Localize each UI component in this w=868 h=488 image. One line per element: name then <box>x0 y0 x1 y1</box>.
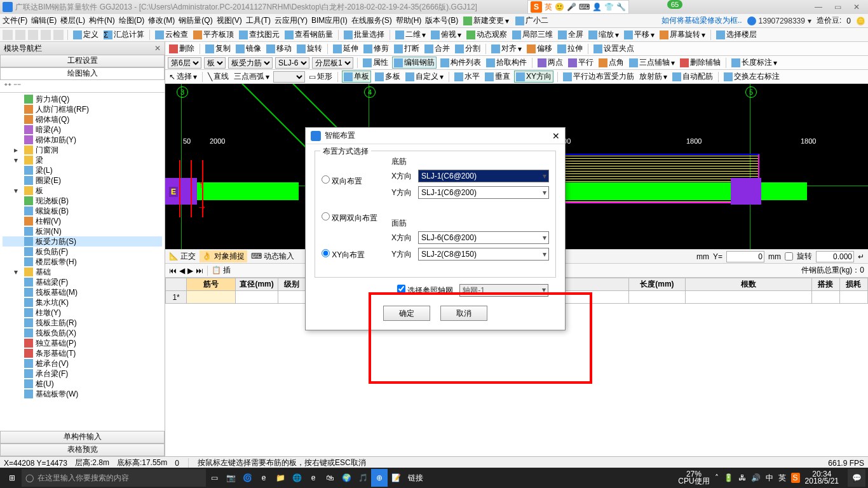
properties-button[interactable]: 属性 <box>362 57 390 68</box>
account-info[interactable]: 13907298339▾ <box>747 17 811 25</box>
swap-dim-button[interactable]: 交换左右标注 <box>722 71 781 82</box>
taskbar-app-edge[interactable]: 🌐 <box>288 469 305 487</box>
new-icon[interactable] <box>3 30 13 40</box>
new-change-button[interactable]: 新建变更▾ <box>462 15 510 26</box>
tree-item[interactable]: 基础板带(W) <box>3 389 162 399</box>
tray-up-icon[interactable]: ˄ <box>715 473 719 482</box>
ok-button[interactable]: 确定 <box>383 306 430 321</box>
collapse-all-icon[interactable]: ⁻⁻ <box>13 81 21 90</box>
layer-select[interactable]: 分层板1 <box>312 57 353 69</box>
menu-cloud[interactable]: 云应用(Y) <box>275 15 308 26</box>
rect-tool[interactable]: ▭矩形 <box>308 71 334 82</box>
move-button[interactable]: 移动 <box>265 43 293 54</box>
rotate-button[interactable]: 旋转 <box>295 43 323 54</box>
taskbar-app-explorer[interactable]: 📁 <box>272 469 288 487</box>
redo-icon[interactable] <box>53 30 64 40</box>
offset-button[interactable]: 偏移 <box>526 43 553 54</box>
minimize-button[interactable]: — <box>810 1 827 13</box>
delete-aux-button[interactable]: 删除辅轴 <box>679 57 722 68</box>
start-button[interactable]: ⊞ <box>3 469 22 487</box>
col-grade[interactable]: 级别 <box>278 278 306 291</box>
select-floor-button[interactable]: 选择楼层 <box>715 29 758 40</box>
horiz-button[interactable]: 水平 <box>453 71 481 82</box>
tray-network-icon[interactable]: 🖧 <box>738 473 746 482</box>
flat-top-button[interactable]: 平齐板顶 <box>192 29 235 40</box>
dim-length-button[interactable]: 长度标注▾ <box>730 57 778 68</box>
col-dia[interactable]: 直径(mm) <box>236 278 278 291</box>
stretch-button[interactable]: 拉伸 <box>556 43 584 54</box>
top-x-combo[interactable]: SLJ-6(C6@200)▾ <box>418 231 549 244</box>
tab-engineering[interactable]: 工程设置 <box>0 55 165 67</box>
tree-item[interactable]: 集水坑(K) <box>3 297 162 308</box>
open-icon[interactable] <box>15 30 25 40</box>
rotate-apply-icon[interactable]: ↵ <box>858 252 864 261</box>
find-button[interactable]: 查找图元 <box>238 29 281 40</box>
tree-item[interactable]: 剪力墙(Q) <box>3 94 162 104</box>
tree-folder[interactable]: ▾板 <box>3 186 162 196</box>
pan-button[interactable]: 平移▾ <box>623 29 656 40</box>
ime-mic-icon[interactable]: 🎤 <box>567 3 576 11</box>
menu-component[interactable]: 构件(N) <box>89 15 115 26</box>
tree-item[interactable]: 独立基础(P) <box>3 338 162 348</box>
tab-single-input[interactable]: 单构件输入 <box>0 431 165 444</box>
ortho-toggle[interactable]: 📐 正交 <box>169 251 196 262</box>
draw-blank-select[interactable] <box>273 71 305 83</box>
expand-all-icon[interactable]: ⁺⁺ <box>4 81 11 90</box>
col-count[interactable]: 根数 <box>685 278 811 291</box>
trim-button[interactable]: 修剪 <box>362 43 390 54</box>
screen-rotate-button[interactable]: 屏幕旋转▾ <box>658 29 707 40</box>
menu-edit[interactable]: 编辑(E) <box>31 15 57 26</box>
fullscreen-button[interactable]: 全屏 <box>557 29 585 40</box>
menu-file[interactable]: 文件(F) <box>3 15 27 26</box>
line-tool[interactable]: ╲直线 <box>207 71 230 82</box>
extend-button[interactable]: 延伸 <box>332 43 360 54</box>
expand-icon[interactable]: ▾ <box>14 186 22 195</box>
expand-icon[interactable]: ▾ <box>14 156 22 165</box>
tree-item[interactable]: 砌体墙(Q) <box>3 114 162 125</box>
snap-toggle[interactable]: 👌 对象捕捉 <box>200 250 247 262</box>
taskbar-app-active[interactable]: ⊕ <box>371 469 388 487</box>
tree-item[interactable]: 板负筋(F) <box>3 247 162 257</box>
tree-item[interactable]: 桩(U) <box>3 379 162 389</box>
tree-item[interactable]: 砌体加筋(Y) <box>3 135 162 145</box>
subcategory-select[interactable]: 板受力筋 <box>228 57 273 69</box>
sogou-icon[interactable]: S <box>531 1 542 13</box>
taskbar-app-globe[interactable]: 🌍 <box>338 469 355 487</box>
col-lap[interactable]: 搭接 <box>811 278 839 291</box>
expand-icon[interactable]: ▾ <box>14 268 22 276</box>
view-rebar-button[interactable]: 查看钢筋量 <box>283 29 334 40</box>
taskbar-search[interactable]: ◯ 在这里输入你要搜索的内容 <box>22 469 206 487</box>
break-button[interactable]: 打断 <box>393 43 421 54</box>
nav-close-icon[interactable]: ✕ <box>154 44 161 53</box>
tray-clock[interactable]: 20:342018/5/21 <box>805 471 839 485</box>
col-length[interactable]: 长度(mm) <box>629 278 685 291</box>
align-button[interactable]: 对齐▾ <box>490 43 523 54</box>
taskbar-app-music[interactable]: 🎵 <box>355 469 371 487</box>
taskbar-app-ie[interactable]: e <box>255 469 272 487</box>
cloud-check-button[interactable]: 云检查 <box>154 29 189 40</box>
menu-draw[interactable]: 绘图(D) <box>119 15 145 26</box>
ime-toolbar[interactable]: S 英 🙂 🎤 ⌨ 👤 👕 🔧 <box>527 0 629 14</box>
menu-tool[interactable]: 工具(T) <box>246 15 271 26</box>
tree-item[interactable]: 板受力筋(S) <box>3 236 162 247</box>
tree-item[interactable]: 桩承台(V) <box>3 358 162 369</box>
tree-item[interactable]: 螺旋板(B) <box>3 206 162 216</box>
tree-item[interactable]: 筏板主筋(R) <box>3 318 162 328</box>
ime-smile-icon[interactable]: 🙂 <box>555 3 564 11</box>
tab-drawing[interactable]: 绘图输入 <box>0 67 165 80</box>
cpu-meter[interactable]: 27%CPU使用 <box>678 471 709 485</box>
tree-item[interactable]: 筏板负筋(X) <box>3 328 162 338</box>
col-loss[interactable]: 损耗 <box>839 278 867 291</box>
multi-plate-button[interactable]: 多板 <box>374 71 402 82</box>
ime-tool-icon[interactable]: 🔧 <box>616 3 626 11</box>
batch-select-button[interactable]: 批量选择 <box>342 29 386 40</box>
local-3d-button[interactable]: 局部三维 <box>511 29 554 40</box>
menu-view[interactable]: 视图(V) <box>217 15 242 26</box>
tree-item[interactable]: 圈梁(E) <box>3 175 162 186</box>
tray-sogou-icon[interactable]: S <box>791 473 800 483</box>
single-plate-button[interactable]: 单板 <box>342 71 371 83</box>
taskbar-app-notes[interactable]: 📝 <box>388 469 404 487</box>
tree-folder[interactable]: ▸门窗洞 <box>3 145 162 155</box>
select-tool[interactable]: ↖选择▾ <box>168 71 198 82</box>
tree-item[interactable]: 筏板基础(M) <box>3 287 162 297</box>
